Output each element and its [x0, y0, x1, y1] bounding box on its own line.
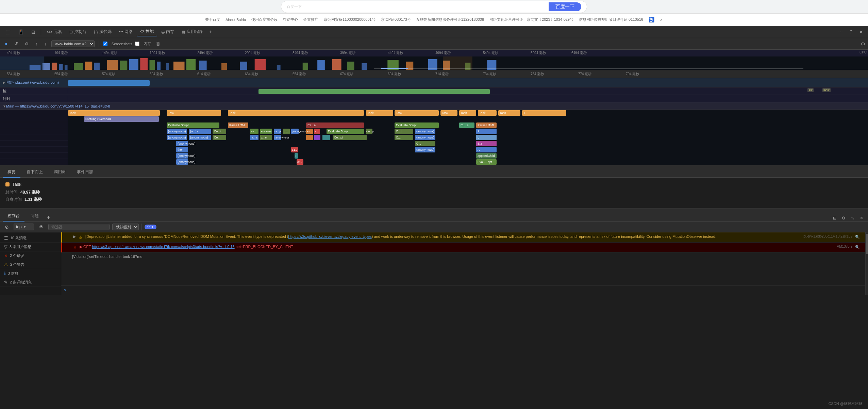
sidebar-item-user-messages[interactable]: ▽ 3 条用户消息	[0, 243, 61, 251]
baidu-link-help[interactable]: 帮助中心	[283, 17, 298, 22]
marker-1: 194 毫秒	[54, 51, 68, 55]
tab-performance[interactable]: ⏱ 性能	[137, 27, 157, 36]
console-msg-blocked: ✕ ▶ GET https://s3.ap-east-1.amazonaws.c…	[61, 243, 865, 253]
tab-console-drawer[interactable]: ⊟	[28, 28, 39, 36]
console-icon: ⊡	[69, 30, 73, 34]
timeline-selection-thumb[interactable]	[381, 68, 408, 69]
msg-expand-0[interactable]: ▶	[73, 234, 76, 240]
sources-icon: { }	[94, 30, 98, 34]
console-expand-icon[interactable]: ⤡	[849, 215, 856, 221]
console-eye-icon[interactable]: 👁	[37, 224, 46, 230]
task-bar-1[interactable]	[167, 110, 221, 116]
console-collapse-icon[interactable]: ✕	[858, 215, 865, 221]
expand-main-arrow[interactable]: ▼	[3, 104, 6, 108]
msg-link-0[interactable]: https://w3c.github.io/uievents/#legacy-e…	[288, 234, 371, 239]
top-filter-arrow[interactable]: ▼	[23, 225, 27, 229]
tab-issues-panel[interactable]: 问题	[26, 211, 44, 222]
baidu-search-btn[interactable]: 百度一下	[549, 2, 581, 11]
sidebar-item-warnings[interactable]: ⚠ 2 个警告	[0, 260, 61, 269]
console-sidebar-items: ☰ 10 条消息 ▽ 3 条用户消息 ✕ 2 个错误 ⚠	[0, 232, 61, 288]
timeline-overview[interactable]: 494 毫秒 194 毫秒 1494 毫秒 1994 毫秒 2494 毫秒 29…	[0, 50, 868, 70]
reload-record-btn[interactable]: ↺	[12, 40, 20, 47]
search-link-icon-0[interactable]: 🔍	[855, 234, 860, 240]
ev-sm2[interactable]	[306, 135, 313, 140]
baidu-link-biz[interactable]: 企业推广	[303, 17, 318, 22]
record-btn[interactable]: ●	[3, 40, 10, 47]
tab-add-icon[interactable]: +	[207, 28, 214, 36]
tick-9: 714 毫秒	[435, 72, 449, 77]
baidu-link-about-en[interactable]: About Baidu	[226, 18, 246, 22]
toolbar-divider	[99, 40, 99, 47]
task-bar-2[interactable]	[228, 110, 364, 116]
address-bar[interactable]: 百度一下 百度一下	[281, 1, 587, 13]
msg-link-1[interactable]: https://s3.ap-east-1.amazonaws.com/stati…	[92, 245, 235, 249]
timing-jian-row: 检 FP FCP	[0, 87, 868, 95]
svg-text:312: 312	[297, 160, 302, 164]
tab-device[interactable]: 📱	[15, 28, 27, 36]
msg-source-1[interactable]: VM1370:9	[837, 244, 852, 249]
console-block-icon[interactable]: ⊘	[3, 224, 11, 230]
svg-text:Co...pt: Co...pt	[366, 130, 374, 133]
tab-network[interactable]: 〜 网络	[116, 28, 136, 36]
tab-application[interactable]: ▦ 应用程序	[178, 28, 206, 36]
console-add-tab[interactable]: +	[45, 214, 52, 221]
more-icon[interactable]: ⋯	[836, 29, 845, 35]
task-bar-9[interactable]	[522, 110, 566, 116]
close-icon[interactable]: ✕	[857, 29, 865, 35]
timing-jian-bar-container: FP FCP	[68, 87, 868, 95]
expand-arrow[interactable]: ▶	[3, 81, 6, 84]
tab-console-panel[interactable]: 控制台	[3, 211, 24, 222]
network-bar-main[interactable]	[68, 80, 150, 86]
sidebar-item-errors[interactable]: ✕ 2 个错误	[0, 251, 61, 260]
svg-text:(anonymous): (anonymous)	[416, 130, 434, 133]
timeline-selection-bar[interactable]	[374, 68, 803, 69]
tab-event-log[interactable]: 事件日志	[72, 167, 98, 178]
console-input[interactable]	[68, 288, 863, 293]
tick-6: 654 毫秒	[293, 72, 306, 77]
tab-summary[interactable]: 摘要	[3, 167, 20, 178]
console-count-badge: 99+	[145, 225, 156, 229]
summary-title: Task	[5, 182, 863, 187]
console-clear-icon[interactable]: ⊟	[831, 215, 838, 221]
tab-console[interactable]: ⊡ 控制台	[66, 28, 90, 36]
screenshots-label: Screenshots	[112, 42, 132, 46]
right-scrollbar[interactable]	[865, 232, 868, 295]
teal-sm[interactable]	[322, 135, 330, 140]
sidebar-item-all[interactable]: ☰ 10 条消息	[0, 234, 61, 243]
delete-profile-btn[interactable]: 🗑	[154, 40, 162, 47]
console-settings-icon[interactable]: ⚙	[840, 215, 848, 221]
console-level-select[interactable]: 默认级别	[112, 224, 139, 230]
task-bar-0[interactable]	[68, 110, 160, 116]
svg-text:T...: T...	[523, 111, 528, 115]
memory-checkbox[interactable]	[135, 42, 139, 46]
tab-elements[interactable]: </> 元素	[43, 28, 65, 36]
ev-sm3[interactable]	[314, 135, 320, 140]
tab-sources[interactable]: { } 源代码	[90, 28, 115, 36]
tick-12: 774 毫秒	[578, 72, 591, 77]
clear-btn[interactable]: ⊘	[23, 40, 31, 47]
baidu-link-about[interactable]: 关于百度	[205, 17, 220, 22]
svg-text:Evalu...ript: Evalu...ript	[478, 160, 492, 164]
scrollbar-thumb[interactable]	[866, 234, 868, 254]
tab-bottom-up[interactable]: 自下而上	[22, 167, 48, 178]
sidebar-item-info[interactable]: ℹ 3 信息	[0, 269, 61, 278]
timing-jian-bar[interactable]	[258, 89, 490, 94]
sidebar-item-verbose[interactable]: ✎ 2 条详细消息	[0, 278, 61, 287]
baidu-link-terms[interactable]: 使用百度前必读	[251, 17, 278, 22]
help-icon[interactable]: ?	[848, 29, 854, 35]
upload-btn[interactable]: ↑	[33, 40, 40, 47]
tab-inspect[interactable]: ⬚	[3, 28, 14, 36]
baidu-collapse-icon[interactable]: ∧	[660, 17, 663, 22]
svg-text:Task: Task	[367, 111, 374, 115]
top-filter-container[interactable]: top ▼	[14, 224, 34, 230]
tab-call-tree[interactable]: 调用树	[49, 167, 71, 178]
svg-rect-4	[59, 64, 63, 70]
download-btn[interactable]: ↓	[42, 40, 49, 47]
profile-select[interactable]: www.baidu.com #2	[51, 40, 95, 47]
console-filter-input[interactable]	[48, 224, 110, 230]
msg-source-0[interactable]: jquery-1.edb203c114.10.2.js:139	[803, 234, 852, 239]
settings-icon[interactable]: ⚙	[861, 41, 865, 47]
screenshots-checkbox[interactable]	[103, 42, 107, 46]
tab-memory[interactable]: ◎ 内存	[158, 28, 178, 36]
search-link-icon-1[interactable]: 🔍	[855, 244, 860, 250]
